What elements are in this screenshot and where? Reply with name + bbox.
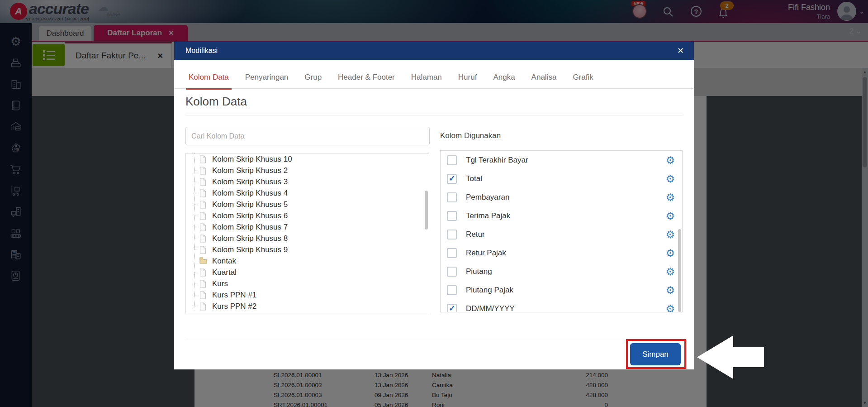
- used-column-row: ✓ Tgl Terakhir Bayar ⚙: [441, 151, 682, 169]
- used-column-label: Retur Pajak: [466, 249, 506, 258]
- tree-item-label: Kolom Skrip Khusus 7: [212, 223, 288, 232]
- footer-divider: [185, 337, 683, 337]
- tree-item-label: Kolom Skrip Khusus 10: [212, 155, 292, 164]
- tree-item[interactable]: Kurs PPN #1: [186, 289, 429, 301]
- tree-item-label: Kurs PPN #2: [212, 302, 256, 311]
- tree-item[interactable]: Kolom Skrip Khusus 2: [186, 165, 429, 176]
- column-checkbox[interactable]: ✓: [447, 174, 457, 184]
- column-settings-gear-icon[interactable]: ⚙: [665, 285, 675, 295]
- tree-item[interactable]: Kolom Skrip Khusus 5: [186, 199, 429, 210]
- section-heading: Kolom Data: [185, 95, 247, 109]
- checkmark-icon: ✓: [449, 303, 455, 313]
- dialog-tab-label: Analisa: [531, 73, 557, 81]
- dialog-tab[interactable]: Header & Footer: [338, 73, 395, 82]
- document-icon: [199, 291, 207, 299]
- column-settings-gear-icon[interactable]: ⚙: [665, 211, 675, 221]
- column-checkbox[interactable]: ✓: [447, 267, 457, 277]
- column-checkbox[interactable]: ✓: [447, 304, 457, 313]
- dialog-tab[interactable]: Kolom Data: [189, 73, 229, 82]
- document-icon: [199, 155, 207, 163]
- used-column-row: ✓ Piutang ⚙: [441, 262, 682, 281]
- used-column-row: ✓ DD/MM/YYYY ⚙: [441, 299, 682, 312]
- tree-item-label: Kolom Skrip Khusus 9: [212, 245, 288, 254]
- tree-item-label: Kolom Skrip Khusus 2: [212, 166, 288, 175]
- column-checkbox[interactable]: ✓: [447, 230, 457, 239]
- section-divider: [185, 115, 683, 115]
- column-settings-gear-icon[interactable]: ⚙: [665, 155, 675, 165]
- tree-item-label: Kurs: [212, 279, 228, 288]
- tree-scrollbar-thumb[interactable]: [425, 191, 428, 230]
- used-column-label: Piutang: [466, 267, 492, 276]
- tree-item[interactable]: Kolom Skrip Khusus 9: [186, 244, 429, 255]
- tree-item-label: Kuartal: [212, 268, 237, 277]
- used-column-label: Total: [466, 174, 482, 183]
- used-column-row: ✓ Retur ⚙: [441, 225, 682, 244]
- used-column-row: ✓ Total ⚙: [441, 169, 682, 188]
- checkmark-icon: ✓: [449, 173, 455, 183]
- tree-item[interactable]: Kolom Skrip Khusus 4: [186, 187, 429, 199]
- column-checkbox[interactable]: ✓: [447, 192, 457, 202]
- tree-item[interactable]: Kolom Skrip Khusus 6: [186, 210, 429, 221]
- dialog-tab-label: Penyaringan: [245, 73, 288, 81]
- tree-item-label: Kolom Skrip Khusus 4: [212, 189, 288, 198]
- dialog-tab-label: Halaman: [411, 73, 442, 81]
- dialog-title: Modifikasi: [185, 47, 218, 55]
- tree-item[interactable]: Kurs: [186, 278, 429, 289]
- column-settings-gear-icon[interactable]: ⚙: [665, 192, 675, 202]
- search-input[interactable]: [185, 127, 430, 145]
- tree-item[interactable]: Kurs PPN #2: [186, 301, 429, 312]
- tree-item[interactable]: Kontak: [186, 255, 429, 267]
- tree-item-label: Kolom Skrip Khusus 5: [212, 200, 288, 209]
- document-icon: [199, 268, 207, 277]
- column-checkbox[interactable]: ✓: [447, 285, 457, 295]
- column-settings-gear-icon[interactable]: ⚙: [665, 303, 675, 312]
- save-button[interactable]: Simpan: [630, 343, 681, 365]
- dialog-tab[interactable]: Angka: [493, 73, 515, 82]
- tree-item-label: Kolom Skrip Khusus 3: [212, 177, 288, 187]
- used-column-label: Piutang Pajak: [466, 286, 513, 295]
- document-icon: [199, 189, 207, 197]
- dialog-tab-label: Angka: [493, 73, 515, 81]
- folder-icon: [199, 257, 207, 265]
- tree-item[interactable]: Kolom Skrip Khusus 3: [186, 176, 429, 187]
- column-settings-gear-icon[interactable]: ⚙: [665, 173, 675, 184]
- dialog-tab-label: Kolom Data: [189, 73, 229, 81]
- document-icon: [199, 223, 207, 231]
- document-icon: [199, 235, 207, 243]
- column-checkbox[interactable]: ✓: [447, 155, 457, 165]
- used-column-label: Terima Pajak: [466, 211, 510, 220]
- dialog-tab-label: Grafik: [573, 73, 593, 81]
- column-settings-gear-icon[interactable]: ⚙: [665, 248, 675, 258]
- used-columns-list[interactable]: ✓ Tgl Terakhir Bayar ⚙ ✓ Total ⚙ ✓ Pemba…: [440, 150, 683, 312]
- used-column-label: Tgl Terakhir Bayar: [466, 156, 528, 165]
- document-icon: [199, 201, 207, 209]
- tree-item[interactable]: Kolom Skrip Khusus 10: [186, 153, 429, 165]
- dialog-tab[interactable]: Grup: [304, 73, 322, 82]
- dialog-tab[interactable]: Penyaringan: [245, 73, 288, 82]
- used-column-label: Pembayaran: [466, 193, 509, 202]
- dialog-tab-label: Grup: [304, 73, 322, 81]
- dialog-tab-label: Header & Footer: [338, 73, 395, 81]
- column-settings-gear-icon[interactable]: ⚙: [665, 229, 675, 239]
- dialog-tab[interactable]: Grafik: [573, 73, 593, 82]
- column-checkbox[interactable]: ✓: [447, 211, 457, 221]
- dialog-close-icon[interactable]: ✕: [677, 46, 684, 56]
- dialog-tab[interactable]: Halaman: [411, 73, 442, 82]
- column-checkbox[interactable]: ✓: [447, 248, 457, 258]
- used-columns-label: Kolom Digunakan: [440, 131, 501, 140]
- tree-item[interactable]: Kuartal: [186, 267, 429, 278]
- used-column-row: ✓ Terima Pajak ⚙: [441, 206, 682, 225]
- dialog-tab[interactable]: Analisa: [531, 73, 557, 82]
- available-columns-tree[interactable]: Kolom Skrip Khusus 10 Kolom Skrip Khusus…: [185, 153, 429, 313]
- document-icon: [199, 178, 207, 186]
- dialog-tab[interactable]: Huruf: [458, 73, 477, 82]
- used-scrollbar-thumb[interactable]: [678, 229, 681, 312]
- used-column-row: ✓ Pembayaran ⚙: [441, 188, 682, 206]
- used-column-row: ✓ Piutang Pajak ⚙: [441, 281, 682, 299]
- tree-item[interactable]: Kolom Skrip Khusus 8: [186, 233, 429, 244]
- column-settings-gear-icon[interactable]: ⚙: [665, 266, 675, 277]
- used-column-row: ✓ Retur Pajak ⚙: [441, 244, 682, 262]
- dialog-header: Modifikasi ✕: [174, 42, 694, 60]
- tree-item-label: Kurs PPN #1: [212, 291, 256, 300]
- tree-item[interactable]: Kolom Skrip Khusus 7: [186, 221, 429, 233]
